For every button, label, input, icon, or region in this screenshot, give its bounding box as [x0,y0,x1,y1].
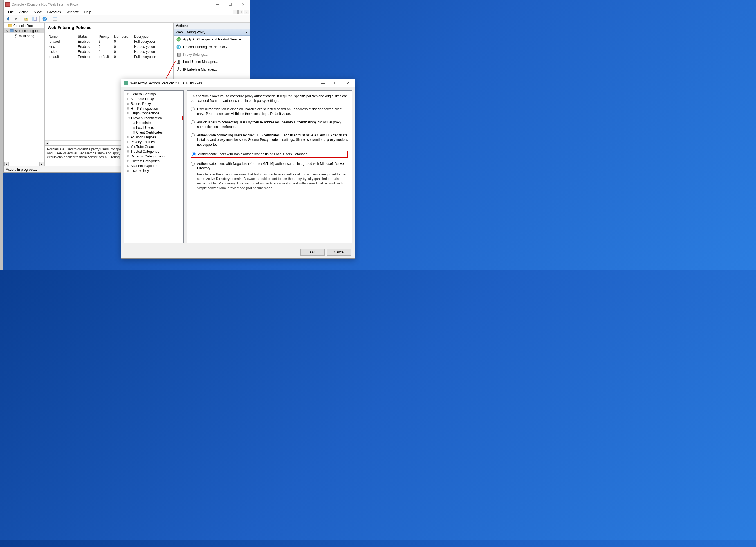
dlg-tree-label: Privacy Engines [131,140,155,144]
status-text: Action: In progress... [6,168,37,172]
dlg-tree-trusted-categories[interactable]: ⊟Trusted Categories [125,149,183,154]
action-local-users-manager[interactable]: Local Users Manager... [174,58,250,66]
dlg-tree-origin-connections[interactable]: ⊟Origin Connections [125,111,183,116]
proxy-icon [10,29,14,33]
collapse-arrow-icon: ▲ [245,31,248,34]
back-button[interactable] [5,16,12,22]
radio-note: Negotiate authentication requires that b… [197,172,348,191]
dlg-tree-privacy-engines[interactable]: ⊟Privacy Engines [125,140,183,144]
table-row[interactable]: defaultEnableddefault0Full decryption [48,54,172,59]
ok-button[interactable]: OK [300,249,325,256]
radio-input[interactable] [191,162,195,166]
tree-node-icon: ⊟ [127,136,130,139]
col-status[interactable]: Status [77,34,98,39]
radio-input[interactable] [191,107,195,111]
dlg-tree-https-inspection[interactable]: ⊟HTTPS Inspection [125,106,183,111]
auth-option-0[interactable]: User authentication is disabled. Policie… [191,107,348,116]
svg-line-28 [177,70,179,70]
dlg-tree-standard-proxy[interactable]: ⊟Standard Proxy [125,97,183,101]
svg-rect-9 [53,17,57,18]
action-apply-all-changes-and-restart-service[interactable]: Apply All Changes and Restart Service [174,36,250,43]
radio-input[interactable] [191,133,195,137]
auth-option-4[interactable]: Authenticate users with Negotiate (Kerbe… [191,162,348,171]
scroll-right-icon[interactable]: ► [39,162,44,166]
dlg-tree-custom-categories[interactable]: ⊟Custom Categories [125,159,183,163]
menu-help[interactable]: Help [82,10,94,15]
tree-node-icon: ⊟ [127,117,131,120]
folder-icon [8,24,12,28]
svg-marker-0 [6,17,9,20]
dialog-content: This section allows you to configure pro… [187,90,352,243]
col-decryption[interactable]: Decryption [133,34,167,39]
up-button[interactable] [23,16,30,22]
maximize-button[interactable]: ☐ [224,1,237,8]
dialog-minimize-button[interactable]: — [317,80,329,87]
dlg-tree-label: Scanning Options [131,164,157,168]
cell-status: Enabled [77,39,98,44]
action-reload-filtering-policies-only[interactable]: Reload Filtering Policies Only [174,43,250,51]
properties-button[interactable] [52,16,59,22]
tree-node-icon: ⊟ [127,164,130,167]
help-button[interactable]: ? [41,16,48,22]
dialog-close-button[interactable]: ✕ [342,80,354,87]
menu-view[interactable]: View [32,10,44,15]
forward-button[interactable] [13,16,19,22]
mdi-restore-icon[interactable]: ❐ [238,10,243,14]
tree-monitoring[interactable]: Monitoring [4,33,44,39]
radio-label: Authenticate users with Negotiate (Kerbe… [197,162,348,171]
col-members[interactable]: Members [113,34,133,39]
menu-favorites[interactable]: Favorites [44,10,64,15]
dlg-tree-local-users[interactable]: ⊟Local Users [125,125,183,130]
tree-web-filtering-proxy[interactable]: v Web Filtering Pro [4,28,44,33]
dlg-tree-adblock-engines[interactable]: ⊟AdBlock Engines [125,135,183,140]
dlg-tree-proxy-authentication[interactable]: ⊟Proxy Authentication [125,116,183,120]
dlg-tree-license-key[interactable]: ⊟License Key [125,168,183,173]
menu-action[interactable]: Action [16,10,31,15]
dialog-maximize-button[interactable]: ☐ [329,80,342,87]
action-ip-labeling-manager[interactable]: IP Labeling Manager... [174,66,250,73]
radio-input[interactable] [191,120,195,124]
dlg-tree-label: Dynamic Categorization [131,154,166,158]
mdi-minimize-icon[interactable]: _ [233,10,238,14]
action-proxy-settings[interactable]: Proxy Settings... [174,51,250,58]
scroll-left-icon[interactable]: ◄ [45,141,49,145]
close-button[interactable]: ✕ [237,1,250,8]
actions-section-header[interactable]: Web Filtering Proxy ▲ [174,29,250,36]
dlg-tree-dynamic-categorization[interactable]: ⊟Dynamic Categorization [125,154,183,159]
dlg-tree-label: Custom Categories [131,159,160,163]
dlg-tree-general-settings[interactable]: ⊟General Settings [125,92,183,97]
network-icon [176,67,181,72]
radio-label: Authenticate connecting users by client … [197,133,348,147]
cell-decryption: Full decryption [133,39,167,44]
dlg-tree-secure-proxy[interactable]: ⊟Secure Proxy [125,101,183,106]
tree-label: Console Root [13,24,34,28]
scroll-left-icon[interactable]: ◄ [4,162,9,166]
auth-option-2[interactable]: Authenticate connecting users by client … [191,133,348,147]
tree-hscroll[interactable]: ◄ ► [4,161,44,166]
col-priority[interactable]: Priority [98,34,113,39]
show-hide-tree-button[interactable] [31,16,38,22]
dlg-tree-negotiate[interactable]: ⊟Negotiate [125,120,183,125]
radio-input[interactable] [192,152,196,156]
mdi-close-icon[interactable]: × [244,10,249,14]
cancel-button[interactable]: Cancel [327,249,351,256]
table-row[interactable]: lockedEnabled10No decryption [48,49,172,54]
cell-priority: default [98,54,113,59]
table-row[interactable]: relaxedEnabled30Full decryption [48,39,172,44]
menu-window[interactable]: Window [64,10,82,15]
table-row[interactable]: strictEnabled20No decryption [48,44,172,49]
col-name[interactable]: Name [48,34,77,39]
console-titlebar[interactable]: Console - [Console Root\Web Filtering Pr… [4,0,250,9]
auth-option-1[interactable]: Assign labels to connecting users by the… [191,120,348,129]
dialog-titlebar[interactable]: Web Proxy Settings. Version: 2.1.0.0 Bui… [121,79,355,88]
auth-option-3[interactable]: Authenticate users with Basic authentica… [191,151,348,158]
dlg-tree-youtube-guard[interactable]: ⊟YouTube Guard [125,144,183,149]
tree-console-root[interactable]: Console Root [4,23,44,28]
minimize-button[interactable]: — [211,1,224,8]
dlg-tree-client-certificates[interactable]: ⊟Client Certificates [125,130,183,135]
cell-status: Enabled [77,44,98,49]
menu-file[interactable]: File [5,10,16,15]
tree-label: Web Filtering Pro [14,29,40,33]
dlg-tree-scanning-options[interactable]: ⊟Scanning Options [125,163,183,168]
dialog-tree: ⊟General Settings⊟Standard Proxy⊟Secure … [124,90,184,243]
